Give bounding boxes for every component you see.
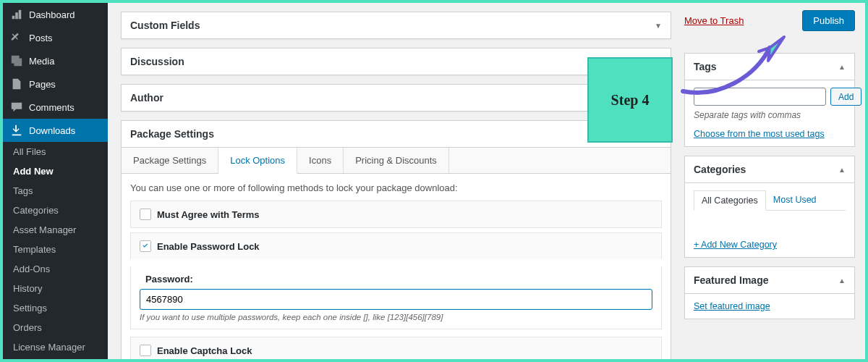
tab-icons[interactable]: Icons xyxy=(297,148,344,173)
option-must-agree-terms[interactable]: Must Agree with Terms xyxy=(130,201,662,228)
submenu-add-new[interactable]: Add New xyxy=(3,161,108,181)
annotation-step-badge: Step 4 xyxy=(587,57,673,143)
box-header[interactable]: Featured Image ▲ xyxy=(685,267,854,294)
dashboard-icon xyxy=(10,8,23,21)
chevron-up-icon[interactable]: ▲ xyxy=(838,166,846,174)
submenu-settings[interactable]: Settings xyxy=(3,298,108,318)
submenu-all-files[interactable]: All Files xyxy=(3,142,108,161)
submenu-add-ons[interactable]: Add-Ons xyxy=(3,259,108,279)
box-header[interactable]: Categories ▲ xyxy=(685,156,854,183)
comments-icon xyxy=(10,101,23,114)
choose-most-used-tags-link[interactable]: Choose from the most used tags xyxy=(694,129,846,139)
sidebar-item-dashboard[interactable]: Dashboard xyxy=(3,3,108,26)
box-title: Tags xyxy=(694,61,717,72)
tags-hint: Separate tags with commas xyxy=(694,110,846,120)
metabox-title: Author xyxy=(130,92,163,104)
categories-box: Categories ▲ All Categories Most Used + … xyxy=(684,156,855,258)
pages-icon xyxy=(10,77,23,90)
submenu-license-manager[interactable]: License Manager xyxy=(3,337,108,357)
metabox-custom-fields: Custom Fields ▼ xyxy=(121,12,671,39)
tab-pricing[interactable]: Pricing & Discounts xyxy=(344,148,449,173)
metabox-title: Discussion xyxy=(130,56,184,67)
sidebar-item-media[interactable]: Media xyxy=(3,49,108,72)
password-hint: If you want to use multiple passwords, k… xyxy=(140,313,652,321)
menu-label: Downloads xyxy=(29,125,75,136)
checkbox[interactable] xyxy=(140,240,151,252)
tab-package-settings[interactable]: Package Settings xyxy=(122,148,218,173)
menu-label: Dashboard xyxy=(29,9,75,20)
annotation-label: Step 4 xyxy=(611,92,650,109)
tags-box: Tags ▲ Add Separate tags with commas Cho… xyxy=(684,53,855,147)
tags-input[interactable] xyxy=(694,88,826,106)
pin-icon xyxy=(10,31,23,44)
password-input[interactable] xyxy=(140,289,652,310)
sidebar-item-pages[interactable]: Pages xyxy=(3,72,108,96)
download-icon xyxy=(10,124,23,137)
menu-label: Media xyxy=(29,56,54,67)
submenu-asset-manager[interactable]: Asset Manager xyxy=(3,220,108,240)
option-enable-password-lock[interactable]: Enable Password Lock xyxy=(130,232,662,259)
submenu-history[interactable]: History xyxy=(3,279,108,298)
sidebar-item-comments[interactable]: Comments xyxy=(3,96,108,119)
password-label: Password: xyxy=(145,274,652,285)
menu-label: Pages xyxy=(29,79,56,90)
publish-row: Move to Trash Publish xyxy=(684,3,855,44)
tab-most-used[interactable]: Most Used xyxy=(766,190,824,210)
tab-all-categories[interactable]: All Categories xyxy=(694,190,766,211)
move-to-trash-link[interactable]: Move to Trash xyxy=(684,15,744,26)
set-featured-image-link[interactable]: Set featured image xyxy=(694,301,846,311)
metabox-title: Package Settings xyxy=(130,128,214,140)
checkbox[interactable] xyxy=(140,345,151,356)
package-tabs: Package Settings Lock Options Icons Pric… xyxy=(122,148,671,174)
option-label: Enable Captcha Lock xyxy=(157,345,252,356)
categories-list xyxy=(694,211,846,231)
sidebar-item-posts[interactable]: Posts xyxy=(3,26,108,49)
sidebar-item-downloads[interactable]: Downloads xyxy=(3,119,108,142)
editor-main: Custom Fields ▼ Discussion Author Packag… xyxy=(108,3,684,359)
option-label: Must Agree with Terms xyxy=(157,209,260,220)
editor-sidebar-right: Move to Trash Publish Tags ▲ Add Separat… xyxy=(684,3,865,359)
box-header[interactable]: Tags ▲ xyxy=(685,54,854,80)
menu-label: Posts xyxy=(29,33,53,43)
metabox-package-settings: Package Settings ▲ Package Settings Lock… xyxy=(121,120,671,359)
checkbox[interactable] xyxy=(140,209,151,220)
lock-description: You can use one or more of following met… xyxy=(130,182,662,193)
submenu-orders[interactable]: Orders xyxy=(3,318,108,337)
chevron-down-icon[interactable]: ▼ xyxy=(655,22,662,30)
publish-button[interactable]: Publish xyxy=(802,10,855,31)
chevron-up-icon[interactable]: ▲ xyxy=(838,63,846,71)
chevron-up-icon[interactable]: ▲ xyxy=(838,277,846,285)
featured-image-box: Featured Image ▲ Set featured image xyxy=(684,266,855,319)
submenu-categories[interactable]: Categories xyxy=(3,201,108,220)
media-icon xyxy=(10,54,23,67)
metabox-header[interactable]: Custom Fields ▼ xyxy=(122,12,671,38)
tab-lock-options[interactable]: Lock Options xyxy=(218,148,297,174)
add-new-category-link[interactable]: + Add New Category xyxy=(694,240,846,250)
option-label: Enable Password Lock xyxy=(157,241,260,252)
password-field-row: Password: If you want to use multiple pa… xyxy=(130,266,662,329)
admin-sidebar: Dashboard Posts Media Pages Comments Dow… xyxy=(3,3,108,359)
submenu-tags[interactable]: Tags xyxy=(3,181,108,201)
submenu-templates[interactable]: Templates xyxy=(3,240,108,259)
box-title: Categories xyxy=(694,164,746,175)
menu-label: Comments xyxy=(29,102,75,113)
check-icon xyxy=(141,242,150,251)
metabox-title: Custom Fields xyxy=(130,20,200,31)
add-tag-button[interactable]: Add xyxy=(830,88,861,106)
option-enable-captcha-lock[interactable]: Enable Captcha Lock xyxy=(130,337,662,359)
box-title: Featured Image xyxy=(694,274,768,286)
